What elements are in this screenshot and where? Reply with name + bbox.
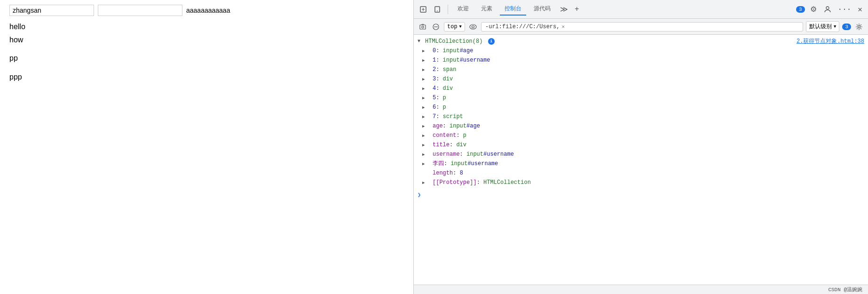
svg-point-5: [422, 26, 424, 28]
expand-4-icon[interactable]: ▶: [422, 85, 425, 93]
svg-point-10: [858, 25, 860, 28]
url-filter-clear-icon[interactable]: ✕: [561, 24, 565, 30]
expand-0-icon[interactable]: ▶: [422, 47, 425, 56]
log-level-selector[interactable]: 默认级别 ▼: [806, 21, 839, 32]
tab-console[interactable]: 控制台: [500, 3, 526, 16]
expand-3-icon[interactable]: ▶: [422, 75, 425, 84]
close-devtools-icon[interactable]: ✕: [856, 5, 864, 14]
tab-source[interactable]: 源代码: [529, 3, 555, 16]
devtools-toolbar: 欢迎 元素 控制台 源代码 ≫ + 3 ⚙ ··· ✕: [414, 0, 868, 19]
svg-point-3: [826, 7, 829, 9]
expand-username-icon[interactable]: ▶: [422, 151, 425, 159]
tree-item-2: ▶ 2: span: [414, 65, 868, 74]
devtools-secondary-toolbar: top ▼ -url:file:///C:/Users, ✕ 默认级别 ▼ 3: [414, 19, 868, 35]
left-panel: aaaaaaaaaaaa hello how pp ppp: [0, 0, 414, 294]
level-dropdown-icon: ▼: [834, 24, 836, 29]
separator1: [448, 5, 448, 14]
expand-collection-icon[interactable]: ▼: [418, 37, 420, 46]
tab-welcome[interactable]: 欢迎: [453, 3, 473, 16]
expand-6-icon[interactable]: ▶: [422, 103, 425, 112]
expand-1-icon[interactable]: ▶: [422, 56, 425, 65]
tree-item-3: ▶ 3: div: [414, 74, 868, 84]
devtools-panel: 欢迎 元素 控制台 源代码 ≫ + 3 ⚙ ··· ✕: [414, 0, 868, 294]
info-icon[interactable]: i: [488, 38, 495, 45]
user-icon[interactable]: [822, 4, 833, 15]
dropdown-arrow-icon: ▼: [459, 24, 462, 29]
tree-item-6: ▶ 6: p: [414, 103, 868, 112]
top-frame-selector[interactable]: top ▼: [444, 22, 465, 32]
collection-label: HTMLCollection(8) i: [425, 37, 495, 46]
line-how: how: [9, 34, 404, 46]
tree-item-length: length: 8: [414, 168, 868, 178]
expand-2-icon[interactable]: ▶: [422, 66, 425, 74]
device-icon[interactable]: [432, 4, 443, 15]
level-label: 默认级别: [809, 23, 832, 31]
screenshot-icon[interactable]: [418, 22, 428, 32]
tree-item-age: ▶ age: input#age: [414, 121, 868, 131]
tree-item-5: ▶ 5: p: [414, 93, 868, 103]
expand-age-icon[interactable]: ▶: [422, 122, 425, 131]
input-age[interactable]: [9, 5, 94, 16]
top-label: top: [447, 24, 458, 30]
console-output: ▼ HTMLCollection(8) i 2.获得节点对象.html:38 ▶…: [414, 35, 868, 285]
clear-console-icon[interactable]: [431, 22, 441, 32]
source-link[interactable]: 2.获得节点对象.html:38: [797, 37, 864, 46]
tab-elements[interactable]: 元素: [476, 3, 497, 16]
tree-item-prototype: ▶ [[Prototype]]: HTMLCollection: [414, 178, 868, 187]
expand-content-icon[interactable]: ▶: [422, 132, 425, 140]
line-hello: hello: [9, 21, 404, 33]
collection-root-line: ▼ HTMLCollection(8) i 2.获得节点对象.html:38: [414, 37, 868, 46]
url-filter-bar[interactable]: -url:file:///C:/Users, ✕: [481, 22, 803, 32]
eye-filter-icon[interactable]: [468, 22, 478, 32]
line-ppp: ppp: [9, 71, 404, 83]
label-aaa: aaaaaaaaaaaa: [186, 7, 230, 14]
collection-tag: HTMLCollection(8): [425, 38, 482, 45]
console-settings-icon[interactable]: [854, 22, 864, 32]
devtools-footer: CSDN @温婉婉: [414, 285, 868, 294]
settings-icon[interactable]: ⚙: [808, 4, 819, 15]
tree-item-lisi: ▶ 李四: input#username: [414, 159, 868, 168]
footer-brand: CSDN @温婉婉: [828, 286, 862, 293]
error-badge: 3: [796, 6, 805, 13]
add-tab-icon[interactable]: +: [573, 5, 581, 14]
more-tabs-icon[interactable]: ≫: [558, 5, 570, 14]
tree-item-content: ▶ content: p: [414, 131, 868, 140]
tree-item-1: ▶ 1: input#username: [414, 56, 868, 65]
url-filter-text: -url:file:///C:/Users,: [485, 24, 560, 30]
body-text: hello how pp ppp: [9, 21, 404, 83]
svg-rect-4: [420, 25, 426, 29]
tree-item-username: ▶ username: input#username: [414, 150, 868, 159]
expand-lisi-icon[interactable]: ▶: [422, 160, 425, 168]
svg-point-8: [470, 24, 476, 29]
console-error-count: 3: [842, 24, 851, 30]
expand-prototype-icon[interactable]: ▶: [422, 179, 425, 187]
tree-item-7: ▶ 7: script: [414, 112, 868, 121]
expand-7-icon[interactable]: ▶: [422, 113, 425, 121]
console-arrow-icon: ❯: [418, 191, 421, 199]
expand-title-icon[interactable]: ▶: [422, 141, 425, 150]
inspect-icon[interactable]: [418, 4, 429, 15]
top-row: aaaaaaaaaaaa: [9, 5, 404, 16]
ellipsis-icon[interactable]: ···: [836, 5, 853, 14]
console-prompt-line: ❯: [414, 189, 868, 190]
line-pp: pp: [9, 52, 404, 64]
tree-item-title: ▶ title: div: [414, 140, 868, 150]
expand-5-icon[interactable]: ▶: [422, 94, 425, 103]
tree-item-0: ▶ 0: input#age: [414, 46, 868, 56]
input-username[interactable]: [98, 5, 182, 16]
svg-point-9: [472, 25, 474, 28]
tree-item-4: ▶ 4: div: [414, 84, 868, 93]
